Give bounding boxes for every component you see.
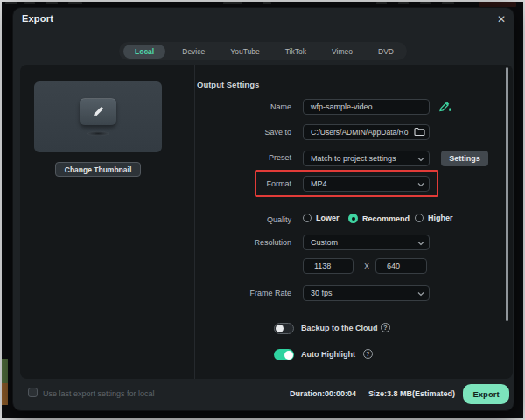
resolution-separator: X bbox=[360, 262, 374, 270]
background-menu-hint bbox=[68, 2, 82, 4]
preset-label: Preset bbox=[186, 153, 291, 162]
auto-highlight-toggle[interactable] bbox=[274, 349, 294, 360]
preset-value: Match to project settings bbox=[311, 154, 396, 163]
frame-rate-value: 30 fps bbox=[311, 289, 332, 298]
save-to-input[interactable]: C:/Users/ADMIN/AppData/Ro bbox=[303, 124, 430, 140]
background-menu-hint bbox=[46, 2, 58, 4]
size-estimate-value: Size:3.8 MB(Estimated) bbox=[368, 389, 455, 398]
tab-device[interactable]: Device bbox=[173, 45, 214, 59]
content-panel: Change Thumbnail Output Settings Name wf… bbox=[20, 65, 513, 379]
tab-tiktok[interactable]: TikTok bbox=[276, 45, 315, 59]
settings-button[interactable]: Settings bbox=[441, 150, 488, 166]
resolution-width-input[interactable]: 1138 bbox=[303, 258, 354, 274]
thumbnail-reflection bbox=[87, 131, 109, 136]
radio-quality-recommend[interactable]: Recommend bbox=[348, 214, 410, 223]
backup-cloud-toggle[interactable] bbox=[274, 323, 294, 334]
dialog-title: Export bbox=[22, 13, 53, 24]
duration-value: Duration:00:00:04 bbox=[290, 389, 356, 398]
resolution-value: Custom bbox=[311, 238, 338, 247]
tab-local[interactable]: Local bbox=[123, 45, 165, 59]
chevron-down-icon bbox=[417, 241, 424, 246]
format-value: MP4 bbox=[311, 179, 327, 188]
use-last-settings-label: Use last export settings for local bbox=[43, 389, 155, 398]
save-to-label: Save to bbox=[186, 128, 291, 136]
radio-label: Lower bbox=[316, 214, 340, 222]
radio-quality-higher[interactable]: Higher bbox=[415, 214, 453, 222]
radio-selected-icon bbox=[348, 214, 358, 223]
radio-quality-lower[interactable]: Lower bbox=[303, 214, 340, 222]
screen-background: Export ✕ Local Device YouTube TikTok Vim… bbox=[0, 0, 525, 420]
export-dialog: Export ✕ Local Device YouTube TikTok Vim… bbox=[12, 7, 514, 411]
background-clip-green bbox=[2, 359, 8, 383]
output-settings-heading: Output Settings bbox=[197, 80, 259, 89]
backup-cloud-label: Backup to the Cloud bbox=[301, 324, 378, 332]
export-target-tabs: Local Device YouTube TikTok Vimeo DVD bbox=[119, 42, 407, 60]
name-label: Name bbox=[186, 102, 291, 111]
ai-rename-icon[interactable] bbox=[438, 101, 452, 113]
tab-vimeo[interactable]: Vimeo bbox=[323, 45, 361, 59]
tab-youtube[interactable]: YouTube bbox=[221, 45, 268, 59]
frame-rate-dropdown[interactable]: 30 fps bbox=[303, 285, 430, 301]
quality-label: Quality bbox=[186, 215, 291, 224]
help-icon[interactable]: ? bbox=[381, 323, 390, 332]
resolution-label: Resolution bbox=[186, 238, 291, 247]
background-menu-hint bbox=[223, 2, 242, 4]
background-clip-orange bbox=[2, 383, 8, 405]
background-toolbar-hint bbox=[376, 2, 387, 4]
background-toolbar-hint bbox=[420, 2, 430, 4]
chevron-down-icon bbox=[417, 157, 424, 162]
chevron-down-icon bbox=[417, 182, 424, 187]
change-thumbnail-button[interactable]: Change Thumbnail bbox=[55, 162, 141, 177]
resolution-dropdown[interactable]: Custom bbox=[303, 234, 430, 250]
radio-label: Higher bbox=[428, 214, 453, 222]
use-last-settings-checkbox[interactable] bbox=[28, 388, 38, 397]
resolution-height-input[interactable]: 640 bbox=[375, 258, 427, 274]
background-menu-hint bbox=[5, 2, 18, 4]
radio-icon bbox=[415, 214, 424, 222]
format-dropdown[interactable]: MP4 bbox=[303, 176, 430, 192]
chevron-down-icon bbox=[417, 291, 424, 297]
close-icon[interactable]: ✕ bbox=[493, 10, 510, 28]
tab-dvd[interactable]: DVD bbox=[369, 45, 402, 59]
background-toolbar-hint bbox=[442, 2, 454, 4]
background-toolbar-hint bbox=[398, 2, 409, 4]
panel-scrollbar[interactable] bbox=[506, 67, 508, 321]
edit-thumbnail-button[interactable] bbox=[80, 98, 116, 125]
background-menu-hint bbox=[262, 2, 271, 4]
frame-rate-label: Frame Rate bbox=[186, 289, 291, 298]
background-menu-hint bbox=[24, 2, 35, 4]
format-label: Format bbox=[186, 179, 291, 188]
pencil-icon bbox=[91, 105, 105, 119]
help-icon[interactable]: ? bbox=[363, 349, 373, 359]
preset-dropdown[interactable]: Match to project settings bbox=[303, 150, 430, 166]
radio-label: Recommend bbox=[362, 214, 410, 223]
auto-highlight-label: Auto Highlight bbox=[301, 350, 355, 359]
video-thumbnail-preview bbox=[34, 81, 162, 152]
folder-icon[interactable] bbox=[414, 127, 425, 136]
name-input[interactable]: wfp-sample-video bbox=[303, 99, 430, 115]
export-button[interactable]: Export bbox=[463, 384, 509, 404]
radio-icon bbox=[303, 214, 312, 222]
